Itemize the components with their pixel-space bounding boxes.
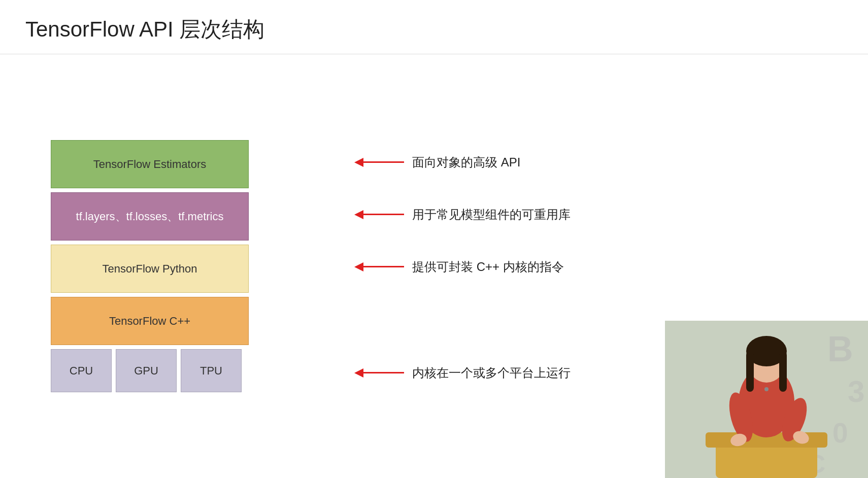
layer-box-python: TensorFlow Python [51, 245, 249, 293]
video-placeholder: B30C B 3 0 C [665, 321, 868, 478]
arrowline-estimators [363, 161, 404, 163]
annotation-text-platform: 内核在一个或多个平台上运行 [412, 365, 571, 381]
slide-content: TensorFlow Estimators tf.layers、tf.losse… [0, 54, 868, 478]
annotation-text-estimators: 面向对象的高级 API [412, 154, 520, 170]
page-title: TensorFlow API 层次结构 [0, 0, 868, 54]
layer-row-tf-layers: tf.layers、tf.losses、tf.metrics [51, 192, 335, 241]
platform-label-gpu: GPU [134, 364, 158, 378]
platform-box-gpu: GPU [116, 349, 177, 392]
diagram-area: TensorFlow Estimators tf.layers、tf.losse… [51, 140, 335, 392]
annotation-tf-layers: 用于常见模型组件的可重用库 [355, 188, 843, 241]
layer-row-python: TensorFlow Python [51, 245, 335, 293]
video-overlay: B30C B 3 0 C [665, 321, 868, 478]
layer-box-cpp: TensorFlow C++ [51, 297, 249, 345]
svg-point-12 [764, 387, 769, 391]
platform-label-tpu: TPU [200, 364, 222, 378]
annotation-estimators: 面向对象的高级 API [355, 136, 843, 188]
video-person-svg: B 3 0 C [665, 321, 868, 478]
platform-box-cpu: CPU [51, 349, 112, 392]
svg-text:0: 0 [832, 417, 848, 449]
arrow-platform [355, 368, 404, 378]
arrow-python [355, 262, 404, 271]
layer-box-tf-layers: tf.layers、tf.losses、tf.metrics [51, 192, 249, 241]
svg-rect-10 [746, 351, 754, 392]
layer-label-estimators: TensorFlow Estimators [93, 158, 207, 171]
arrowline-python [363, 266, 404, 267]
layer-row-cpp: TensorFlow C++ [51, 297, 335, 345]
arrowline-tf-layers [363, 214, 404, 215]
layer-label-cpp: TensorFlow C++ [109, 315, 190, 328]
svg-text:B: B [827, 329, 853, 369]
arrow-tf-layers [355, 210, 404, 219]
annotation-python: 提供可封装 C++ 内核的指令 [355, 241, 843, 293]
arrowhead-platform [354, 368, 363, 378]
annotation-text-tf-layers: 用于常见模型组件的可重用库 [412, 207, 571, 223]
platform-box-tpu: TPU [181, 349, 242, 392]
arrowhead-tf-layers [354, 210, 363, 219]
svg-rect-5 [716, 442, 817, 478]
arrowhead-estimators [354, 158, 363, 167]
arrowhead-python [354, 262, 363, 271]
arrowline-platform [363, 372, 404, 373]
platform-label-cpu: CPU [70, 364, 93, 378]
arrow-estimators [355, 158, 404, 167]
svg-rect-11 [779, 351, 787, 392]
slide-container: TensorFlow API 层次结构 TensorFlow Estimator… [0, 0, 868, 478]
layer-label-tf-layers: tf.layers、tf.losses、tf.metrics [76, 209, 224, 224]
platform-row: CPU GPU TPU [51, 349, 335, 392]
layer-row-estimators: TensorFlow Estimators [51, 140, 335, 188]
layer-label-python: TensorFlow Python [102, 262, 197, 276]
svg-text:3: 3 [848, 374, 864, 408]
layer-box-estimators: TensorFlow Estimators [51, 140, 249, 188]
annotation-text-python: 提供可封装 C++ 内核的指令 [412, 259, 564, 275]
